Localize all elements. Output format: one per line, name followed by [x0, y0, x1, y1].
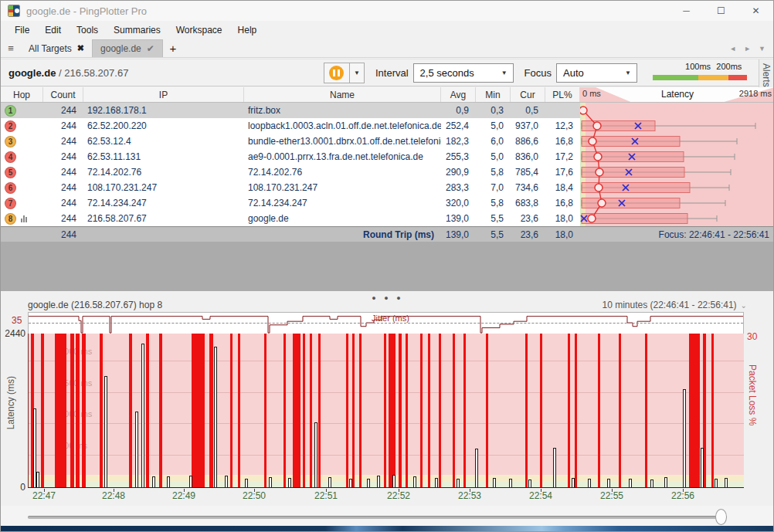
- maximize-button[interactable]: ☐: [704, 1, 738, 21]
- table-row-hop-2[interactable]: 224462.52.200.220loopback1.0003.acln.01.…: [1, 118, 580, 134]
- chevron-down-icon: ⌄: [741, 301, 747, 310]
- packet-loss-bar: [100, 334, 103, 487]
- latency-sample-bar: [245, 479, 248, 487]
- packet-loss-bar: [129, 334, 132, 487]
- latency-sample-bar: [135, 412, 138, 487]
- packet-loss-bar: [525, 334, 528, 487]
- menu-item-edit[interactable]: Edit: [37, 22, 69, 38]
- tab-google-de[interactable]: google.de ✔: [92, 39, 163, 57]
- focus-select[interactable]: Auto ▼: [556, 63, 637, 83]
- target-title: google.de / 216.58.207.67: [1, 67, 128, 79]
- summary-min: 5,5: [476, 229, 511, 240]
- table-row-hop-3[interactable]: 324462.53.12.4bundle-ether13.0001.dbrx.0…: [1, 134, 580, 149]
- hop-badge: 1: [5, 105, 16, 117]
- table-row-hop-8[interactable]: 8244216.58.207.67google.de139,05,523,618…: [1, 211, 580, 226]
- close-button[interactable]: ✕: [738, 1, 773, 21]
- col-header-ip[interactable]: IP: [83, 87, 244, 102]
- latency-sample-bar: [493, 478, 496, 487]
- packet-loss-bar: [310, 334, 312, 487]
- latency-sample-bar: [225, 476, 228, 487]
- col-header-avg[interactable]: Avg: [441, 87, 476, 102]
- tab-list-icon[interactable]: ▼: [759, 45, 766, 53]
- packet-loss-bar: [399, 334, 402, 487]
- packet-loss-bar: [406, 334, 408, 487]
- cur-cell: 734,6: [511, 182, 545, 193]
- col-header-hop[interactable]: Hop: [1, 87, 43, 102]
- time-range-select[interactable]: 10 minutes (22:46:41 - 22:56:41) ⌄: [602, 300, 747, 310]
- avg-cell: 255,3: [441, 151, 476, 162]
- x-tick-label: 22:53: [458, 490, 481, 501]
- x-tick-label: 22:56: [671, 490, 694, 501]
- tab-google-de-label: google.de: [100, 43, 141, 54]
- tab-all-targets-label: All Targets: [29, 43, 72, 54]
- latency-sample-bar: [588, 479, 591, 487]
- hop-cell: 5: [1, 167, 43, 178]
- packet-loss-bar: [689, 334, 700, 487]
- hop-latency-graph: [580, 103, 774, 226]
- jitter-title: Jitter (ms): [372, 313, 409, 323]
- interval-select[interactable]: 2,5 seconds ▼: [413, 63, 514, 83]
- menu-item-help[interactable]: Help: [230, 22, 265, 38]
- summary-pl: 18,0: [545, 229, 580, 240]
- col-header-pl[interactable]: PL%: [545, 87, 580, 102]
- table-row-hop-5[interactable]: 524472.14.202.7672.14.202.76290,95,8785,…: [1, 164, 580, 180]
- legend-segment: [698, 75, 728, 80]
- tab-scroll-left-icon[interactable]: ◄: [729, 45, 736, 53]
- menu-item-summaries[interactable]: Summaries: [106, 22, 168, 38]
- minimize-button[interactable]: ─: [669, 1, 704, 21]
- titlebar: google.de - PingPlotter Pro ─ ☐ ✕: [1, 1, 773, 21]
- ip-cell: 62.52.200.220: [83, 120, 244, 131]
- interval-label: Interval: [375, 67, 409, 79]
- summary-count: 244: [43, 229, 83, 240]
- table-row-hop-6[interactable]: 6244108.170.231.247108.170.231.247283,37…: [1, 180, 580, 195]
- latency-column-header: 0 ms Latency 2918 ms: [580, 87, 774, 102]
- target-host: google.de: [8, 67, 56, 79]
- latency-sample-bar: [36, 472, 39, 487]
- latency-sample-bar: [377, 476, 380, 487]
- col-header-count[interactable]: Count: [43, 87, 83, 102]
- scrollbar-thumb[interactable]: [715, 509, 727, 525]
- hop-cell: 6: [1, 182, 43, 194]
- focus-value: Auto: [563, 67, 584, 79]
- packet-loss-bar: [303, 334, 305, 487]
- latency-sample-bar: [349, 479, 352, 487]
- table-row-hop-7[interactable]: 724472.14.234.24772.14.234.247320,05,868…: [1, 195, 580, 211]
- tab-all-targets[interactable]: All Targets ✖: [21, 39, 92, 57]
- hop-badge: 4: [5, 151, 16, 163]
- alerts-label: Alerts: [761, 63, 772, 87]
- summary-label: Round Trip (ms): [244, 229, 441, 240]
- pause-button[interactable]: [324, 63, 350, 83]
- table-row-hop-1[interactable]: 1244192.168.178.1fritz.box0,90,30,5: [1, 103, 580, 118]
- avg-cell: 182,3: [441, 136, 476, 147]
- latency-column-title: Latency: [661, 89, 694, 100]
- target-ip: 216.58.207.67: [64, 67, 128, 79]
- avg-cell: 290,9: [441, 167, 476, 178]
- col-header-cur[interactable]: Cur: [511, 87, 545, 102]
- name-cell: 72.14.234.247: [244, 198, 441, 208]
- avg-cell: 283,3: [441, 182, 476, 193]
- hop-cell: 2: [1, 120, 43, 132]
- pause-dropdown-button[interactable]: ▼: [350, 63, 365, 83]
- tab-scroll-right-icon[interactable]: ►: [744, 45, 751, 53]
- menu-item-tools[interactable]: Tools: [69, 22, 106, 38]
- col-header-name[interactable]: Name: [244, 87, 441, 102]
- table-row-hop-4[interactable]: 424462.53.11.131ae9-0.0001.prrx.13.fra.d…: [1, 149, 580, 164]
- tab-close-icon[interactable]: ✖: [77, 43, 84, 53]
- legend-label: 200ms: [716, 62, 742, 71]
- menu-item-workspace[interactable]: Workspace: [168, 22, 230, 38]
- packet-loss-bar: [209, 334, 213, 487]
- latency-sample-bar: [392, 475, 395, 487]
- latency-sample-bar: [715, 479, 718, 487]
- packet-loss-bar: [192, 334, 205, 487]
- col-header-min[interactable]: Min: [476, 87, 511, 102]
- scrollbar-track[interactable]: [28, 516, 727, 519]
- hamburger-icon[interactable]: ≡: [1, 39, 21, 57]
- bar-chart-icon: [21, 215, 27, 222]
- legend-segment: [653, 75, 698, 80]
- trace-table-header: Hop Count IP Name Avg Min Cur PL% 0 ms L…: [1, 87, 774, 103]
- cur-cell: 886,6: [511, 136, 545, 147]
- name-cell: ae9-0.0001.prrx.13.fra.de.net.telefonica…: [244, 151, 441, 162]
- new-tab-button[interactable]: +: [163, 39, 183, 57]
- menu-item-file[interactable]: File: [7, 22, 37, 38]
- pl-cell: 18,0: [545, 213, 580, 224]
